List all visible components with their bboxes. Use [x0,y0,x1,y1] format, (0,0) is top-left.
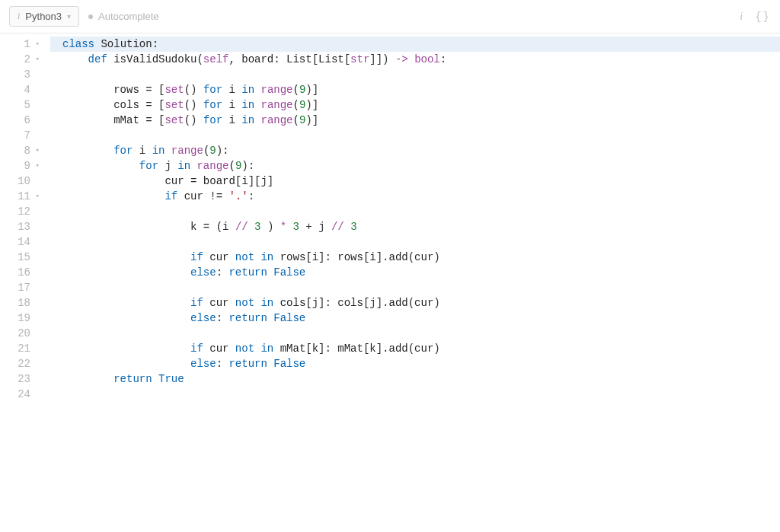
gutter-line: 22 [0,356,46,371]
gutter-line: 13 [0,219,46,234]
info-icon[interactable]: i [740,11,743,23]
gutter-line: 3 [0,67,46,82]
gutter-line: 1▾ [0,37,46,52]
info-icon: i [18,11,20,22]
code-line[interactable]: if cur not in mMat[k]: mMat[k].add(cur) [62,341,780,356]
fold-icon[interactable]: ▾ [34,52,40,67]
code-line[interactable] [62,280,780,295]
code-line[interactable]: else: return False [62,265,780,280]
fold-icon[interactable]: ▾ [34,158,40,174]
code-line[interactable]: mMat = [set() for i in range(9)] [62,113,780,128]
gutter-line: 24 [0,387,46,402]
code-line[interactable] [62,387,780,402]
code-line[interactable]: cols = [set() for i in range(9)] [62,97,780,113]
code-editor[interactable]: 1▾2▾345678▾9▾1011▾1213141516171819202122… [0,33,780,532]
gutter-line: 4 [0,82,46,97]
gutter-line: 17 [0,280,46,295]
gutter-line: 18 [0,295,46,311]
gutter-line: 6 [0,113,46,128]
gutter-line: 9▾ [0,158,46,174]
code-line[interactable]: return True [62,371,780,387]
code-area[interactable]: class Solution: def isValidSudoku(self, … [50,33,780,532]
code-line[interactable]: for j in range(9): [62,158,780,174]
gutter-line: 16 [0,265,46,280]
autocomplete-toggle[interactable]: Autocomplete [88,11,159,22]
code-line[interactable]: else: return False [62,356,780,371]
code-line[interactable] [62,234,780,250]
code-line[interactable] [62,204,780,219]
code-line[interactable]: else: return False [62,311,780,326]
gutter-line: 15 [0,250,46,265]
gutter-line: 11▾ [0,189,46,204]
chevron-down-icon: ▾ [67,12,71,21]
code-line[interactable] [62,326,780,341]
code-line[interactable]: if cur != '.': [62,189,780,204]
language-label: Python3 [25,11,62,22]
gutter-line: 7 [0,128,46,143]
gutter-line: 12 [0,204,46,219]
code-line[interactable]: rows = [set() for i in range(9)] [62,82,780,97]
code-line[interactable]: if cur not in cols[j]: cols[j].add(cur) [62,295,780,311]
code-line[interactable]: cur = board[i][j] [62,174,780,189]
gutter-line: 19 [0,311,46,326]
status-dot-icon [88,14,93,19]
language-selector[interactable]: i Python3 ▾ [9,6,79,27]
code-line[interactable]: def isValidSudoku(self, board: List[List… [62,52,780,67]
braces-icon[interactable]: {} [755,11,771,23]
gutter-line: 2▾ [0,52,46,67]
fold-icon[interactable]: ▾ [34,143,40,158]
code-line[interactable] [62,128,780,143]
code-line[interactable]: class Solution: [50,37,780,52]
gutter-line: 20 [0,326,46,341]
gutter-line: 10 [0,174,46,189]
editor-toolbar: i Python3 ▾ Autocomplete i {} [0,0,780,33]
code-line[interactable] [62,67,780,82]
fold-icon[interactable]: ▾ [34,37,40,52]
gutter-line: 21 [0,341,46,356]
gutter-line: 23 [0,371,46,387]
code-line[interactable]: for i in range(9): [62,143,780,158]
autocomplete-label: Autocomplete [98,11,159,22]
gutter-line: 8▾ [0,143,46,158]
gutter-line: 5 [0,97,46,113]
code-line[interactable]: k = (i // 3 ) * 3 + j // 3 [62,219,780,234]
line-gutter: 1▾2▾345678▾9▾1011▾1213141516171819202122… [0,33,50,532]
gutter-line: 14 [0,234,46,250]
code-line[interactable]: if cur not in rows[i]: rows[i].add(cur) [62,250,780,265]
fold-icon[interactable]: ▾ [34,189,40,204]
